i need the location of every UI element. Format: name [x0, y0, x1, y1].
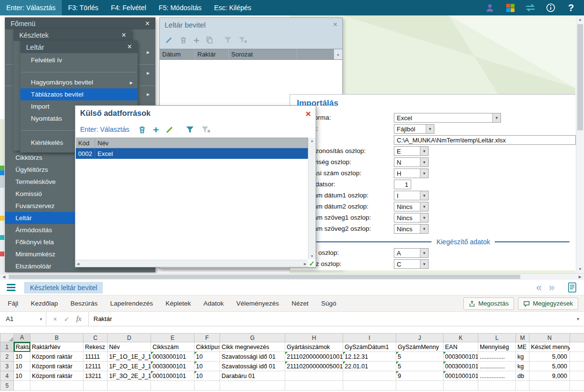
cell[interactable]: 5 [396, 352, 444, 362]
adat-forma-dropdown[interactable]: Excel ▾ [394, 113, 501, 123]
menu-esc-kilepes[interactable]: Esc: Kilépés [208, 0, 258, 15]
cell[interactable]: 9,000 [529, 371, 570, 381]
leltar-item-felveteli-iv[interactable]: Felvételi ív [20, 54, 138, 66]
col-header-A[interactable]: A [14, 334, 30, 342]
gyszam-szoveg2-dropdown[interactable]: Nincs ▾ [394, 224, 429, 234]
cell[interactable]: 9 [396, 371, 444, 381]
close-icon[interactable]: × [127, 43, 132, 51]
cell[interactable]: Készlet menny. [529, 342, 570, 352]
cell[interactable]: 0001000101 [151, 371, 195, 381]
comments-button[interactable]: Megjegyzések [518, 297, 578, 310]
scroll-right-icon[interactable]: ▶ [579, 275, 582, 279]
scroll-up-icon[interactable]: ▲ [576, 17, 584, 22]
kulso-horizontal-scrollbar[interactable]: ◀ ▶ [75, 260, 308, 267]
help-icon[interactable]: ? [566, 2, 576, 13]
cell[interactable]: 10 [195, 362, 220, 371]
row-header-4[interactable]: 4 [0, 371, 14, 381]
main-horizontal-scrollbar[interactable]: ◀ ▶ [0, 273, 584, 280]
menu-f3-torles[interactable]: F3: Törlés [62, 0, 105, 15]
ribbon-tab-sugo[interactable]: Súgó [321, 300, 336, 307]
row-header-3[interactable]: 3 [0, 362, 14, 371]
ribbon-tab-kezdolap[interactable]: Kezdőlap [31, 300, 58, 307]
row-header-1[interactable]: 1 [0, 342, 14, 352]
kulso-table-row-selected[interactable]: 0002 Excel [76, 148, 308, 159]
ribbon-tab-lapelrendezes[interactable]: Lapelrendezés [110, 300, 153, 307]
cell[interactable] [30, 381, 83, 391]
cell[interactable]: 11111 [83, 352, 108, 362]
col-header-K[interactable]: K [444, 334, 478, 342]
column-sorozat[interactable]: Sorozat [229, 49, 297, 59]
close-icon[interactable]: × [333, 21, 337, 28]
cell[interactable] [343, 371, 396, 381]
cell[interactable] [285, 381, 343, 391]
cell[interactable]: Név [108, 342, 151, 352]
column-kod[interactable]: Kód [76, 138, 95, 148]
column-datum[interactable]: Dátum [160, 49, 195, 59]
cell[interactable] [108, 381, 151, 391]
delete-icon[interactable] [179, 36, 188, 44]
cell[interactable]: 22.01.01 [343, 362, 396, 371]
cell[interactable]: kg [516, 362, 529, 371]
info-icon[interactable] [545, 2, 556, 13]
formula-bar-expand-icon[interactable]: ▾ [577, 316, 584, 322]
col-header-L[interactable]: L [478, 334, 516, 342]
cell[interactable] [14, 381, 30, 391]
cell[interactable] [151, 381, 195, 391]
cell[interactable]: Központi raktár [30, 371, 83, 381]
col-header-N[interactable]: N [529, 334, 570, 342]
cell[interactable]: ME [516, 342, 529, 352]
ribbon-tab-fajl[interactable]: Fájl [8, 300, 18, 307]
scroll-left-icon[interactable]: ◀ [77, 262, 79, 266]
cell[interactable]: Cikkszám [151, 342, 195, 352]
scrollbar-thumb[interactable] [577, 24, 583, 130]
cell[interactable]: 0001000101 [444, 371, 478, 381]
cell[interactable]: Központi raktár [30, 362, 83, 371]
menu-f4-felvetel[interactable]: F4: Felvétel [105, 0, 153, 15]
cell[interactable] [529, 381, 570, 391]
user-icon[interactable] [485, 2, 495, 13]
leltar-item-hagyomanyos[interactable]: Hagyományos bevitel ▸ [20, 76, 138, 88]
close-icon[interactable]: × [122, 31, 126, 39]
cell[interactable]: kg [516, 352, 529, 362]
cancel-entry-icon[interactable]: × [53, 315, 57, 323]
menu-f5-modositas[interactable]: F5: Módosítás [153, 0, 208, 15]
add-icon[interactable]: + [153, 125, 159, 135]
cell[interactable] [195, 381, 220, 391]
cell[interactable]: 10 [14, 352, 30, 362]
cell[interactable] [220, 381, 285, 391]
cell[interactable]: 0003000101 [151, 362, 195, 371]
formula-content[interactable]: Raktár [89, 315, 577, 322]
copy-icon[interactable] [205, 36, 214, 44]
cikk-azonositas-dropdown[interactable]: E ▾ [394, 146, 429, 156]
add-icon[interactable]: + [194, 35, 199, 45]
ribbon-tab-nezet[interactable]: Nézet [292, 300, 308, 307]
cell[interactable]: 0003000101 [444, 352, 478, 362]
insert-function-icon[interactable]: fx [76, 315, 82, 323]
cell[interactable]: 12111 [83, 362, 108, 371]
scroll-right-icon[interactable]: ▶ [304, 262, 306, 266]
sync-icon[interactable] [525, 2, 536, 13]
col-header-I[interactable]: I [343, 334, 396, 342]
cell[interactable] [478, 381, 516, 391]
column-raktar[interactable]: Raktár [195, 49, 229, 59]
elso-adatsor-input[interactable]: 1 [394, 180, 411, 189]
name-box[interactable]: A1 ▾ [0, 312, 46, 326]
ribbon-tab-kepletek[interactable]: Képletek [166, 300, 191, 307]
cell[interactable]: Gyártásiszámok [285, 342, 343, 352]
document-list-icon[interactable] [568, 282, 576, 293]
cell[interactable]: 0003000101 [444, 362, 478, 371]
col-header-B[interactable]: B [30, 334, 83, 342]
ribbon-tab-adatok[interactable]: Adatok [203, 300, 223, 307]
gyszam-szoveg1-dropdown[interactable]: Nincs ▾ [394, 213, 429, 223]
cell[interactable]: Mennyiség [478, 342, 516, 352]
cell[interactable]: 1F_3O_2E_J_1C [108, 371, 151, 381]
gyszam-datum1-dropdown[interactable]: I ▾ [394, 191, 429, 200]
cell[interactable]: 10 [195, 352, 220, 362]
cell[interactable]: 1F_1O_1E_J_1C [108, 352, 151, 362]
cell[interactable]: EAN [444, 342, 478, 352]
delete-icon[interactable] [138, 125, 147, 134]
cell[interactable]: 10 [14, 371, 30, 381]
cell[interactable]: 12.12.31 [343, 352, 396, 362]
gyszam-datum2-dropdown[interactable]: Nincs ▾ [394, 202, 429, 211]
scrollbar-thumb[interactable] [9, 275, 520, 279]
